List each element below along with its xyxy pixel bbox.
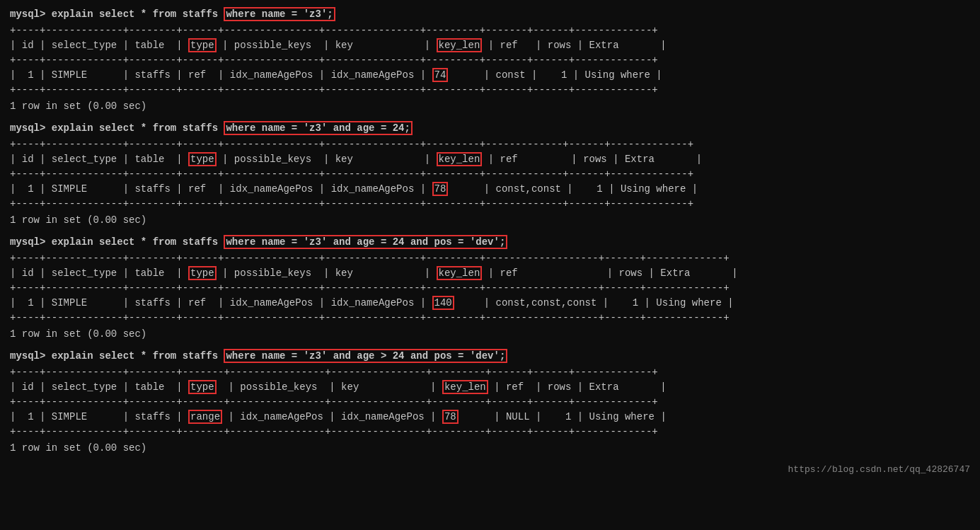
separator-1b: +----+-------------+--------+------+----… (10, 53, 970, 68)
separator-2b: +----+-------------+--------+------+----… (10, 167, 970, 182)
command-prefix-2: mysql> explain select * from staffs (10, 122, 224, 134)
keylen-col-header-2: key_len (437, 152, 483, 166)
type-col-header-3: type (188, 266, 217, 280)
header-1: | id | select_type | table | type | poss… (10, 38, 970, 53)
separator-1a: +----+-------------+--------+------+----… (10, 23, 970, 38)
keylen-col-header-1: key_len (437, 38, 483, 52)
data-row-4: | 1 | SIMPLE | staffs | range | idx_name… (10, 410, 970, 425)
command-line-4: mysql> explain select * from staffs wher… (10, 349, 970, 364)
separator-2a: +----+-------------+--------+------+----… (10, 137, 970, 152)
separator-3b: +----+-------------+--------+------+----… (10, 281, 970, 296)
keylen-value-4: 78 (442, 410, 459, 424)
query-block-4: mysql> explain select * from staffs wher… (10, 349, 970, 456)
command-line-1: mysql> explain select * from staffs wher… (10, 7, 970, 22)
separator-4b: +----+-------------+--------+-------+---… (10, 395, 970, 410)
query-block-2: mysql> explain select * from staffs wher… (10, 121, 970, 228)
keylen-value-3: 140 (432, 296, 454, 310)
footer-link: https://blog.csdn.net/qq_42826747 (10, 463, 970, 477)
data-row-2: | 1 | SIMPLE | staffs | ref | idx_nameAg… (10, 182, 970, 197)
separator-4a: +----+-------------+--------+-------+---… (10, 365, 970, 380)
data-row-3: | 1 | SIMPLE | staffs | ref | idx_nameAg… (10, 296, 970, 311)
keylen-value-2: 78 (432, 182, 449, 196)
type-col-header-2: type (188, 152, 217, 166)
command-prefix-1: mysql> explain select * from staffs (10, 8, 224, 20)
type-col-header-1: type (188, 38, 217, 52)
keylen-col-header-3: key_len (437, 266, 483, 280)
header-2: | id | select_type | table | type | poss… (10, 152, 970, 167)
command-highlight-2: where name = 'z3' and age = 24; (224, 121, 412, 135)
separator-3a: +----+-------------+--------+------+----… (10, 251, 970, 266)
type-col-header-4: type (188, 380, 217, 394)
header-3: | id | select_type | table | type | poss… (10, 266, 970, 281)
command-line-3: mysql> explain select * from staffs wher… (10, 235, 970, 250)
keylen-value-1: 74 (432, 68, 449, 82)
command-highlight-3: where name = 'z3' and age = 24 and pos =… (224, 235, 507, 249)
command-line-2: mysql> explain select * from staffs wher… (10, 121, 970, 136)
data-row-1: | 1 | SIMPLE | staffs | ref | idx_nameAg… (10, 68, 970, 83)
command-highlight-1: where name = 'z3'; (224, 7, 335, 21)
result-4: 1 row in set (0.00 sec) (10, 441, 970, 456)
result-2: 1 row in set (0.00 sec) (10, 213, 970, 228)
keylen-col-header-4: key_len (442, 380, 488, 394)
command-highlight-4: where name = 'z3' and age > 24 and pos =… (224, 349, 507, 363)
separator-4c: +----+-------------+--------+-------+---… (10, 425, 970, 439)
separator-2c: +----+-------------+--------+------+----… (10, 197, 970, 212)
separator-1c: +----+-------------+--------+------+----… (10, 83, 970, 98)
type-value-4: range (188, 410, 222, 424)
command-prefix-4: mysql> explain select * from staffs (10, 350, 224, 362)
command-prefix-3: mysql> explain select * from staffs (10, 236, 224, 248)
separator-3c: +----+-------------+--------+------+----… (10, 311, 970, 326)
header-4: | id | select_type | table | type | poss… (10, 380, 970, 395)
result-3: 1 row in set (0.00 sec) (10, 327, 970, 342)
query-block-3: mysql> explain select * from staffs wher… (10, 235, 970, 342)
result-1: 1 row in set (0.00 sec) (10, 99, 970, 114)
query-block-1: mysql> explain select * from staffs wher… (10, 7, 970, 114)
